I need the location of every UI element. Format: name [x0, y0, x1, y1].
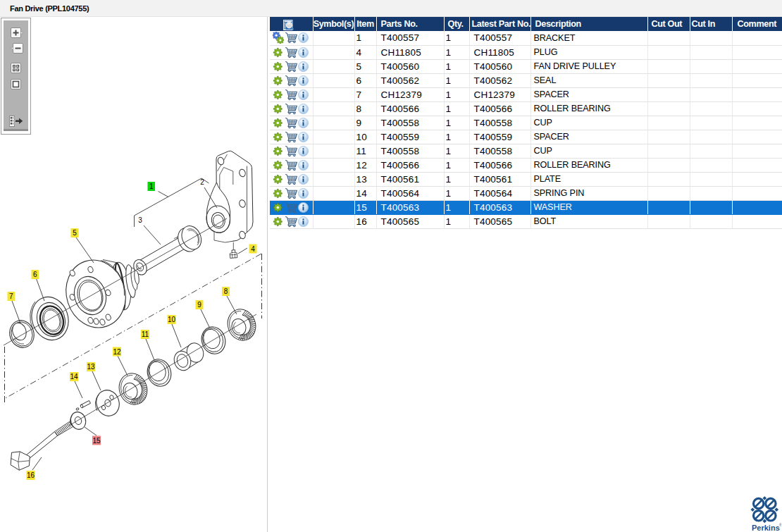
svg-text:7: 7	[9, 292, 13, 300]
svg-text:3: 3	[138, 216, 142, 224]
svg-text:8: 8	[224, 287, 228, 295]
svg-text:12: 12	[113, 348, 121, 356]
svg-text:11: 11	[142, 330, 149, 338]
svg-text:6: 6	[33, 271, 37, 278]
svg-text:4: 4	[251, 245, 255, 253]
svg-text:10: 10	[168, 316, 176, 323]
svg-text:®: ®	[779, 523, 781, 527]
svg-text:2: 2	[200, 178, 204, 186]
svg-text:5: 5	[73, 229, 77, 237]
svg-text:13: 13	[87, 363, 95, 371]
svg-text:15: 15	[92, 437, 101, 445]
svg-text:1: 1	[149, 183, 154, 190]
svg-text:Perkins: Perkins	[752, 524, 780, 532]
svg-text:14: 14	[70, 373, 78, 381]
svg-text:9: 9	[197, 301, 201, 309]
svg-text:16: 16	[27, 471, 35, 479]
